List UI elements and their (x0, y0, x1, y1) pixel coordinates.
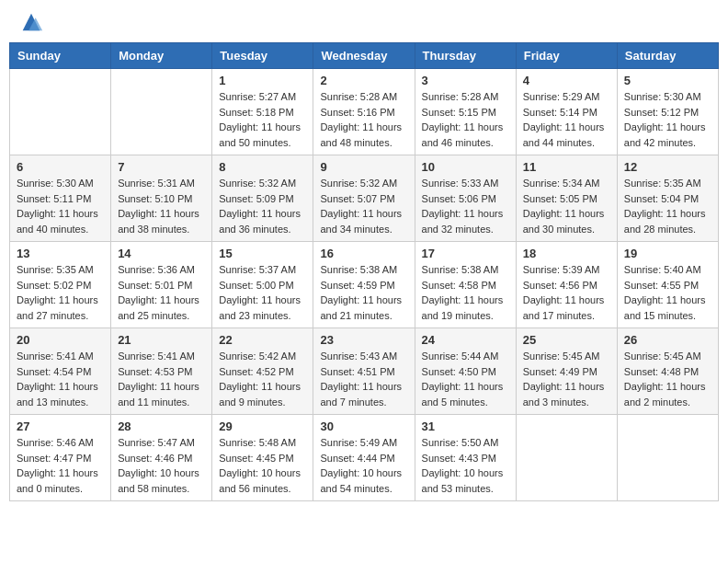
day-info: Sunrise: 5:36 AM Sunset: 5:01 PM Dayligh… (118, 262, 205, 323)
calendar-week-row: 1Sunrise: 5:27 AM Sunset: 5:18 PM Daylig… (10, 69, 719, 155)
calendar-cell: 30Sunrise: 5:49 AM Sunset: 4:44 PM Dayli… (313, 415, 415, 501)
calendar-cell (10, 69, 111, 155)
day-info: Sunrise: 5:35 AM Sunset: 5:02 PM Dayligh… (17, 262, 104, 323)
day-info: Sunrise: 5:28 AM Sunset: 5:16 PM Dayligh… (320, 89, 407, 150)
calendar-cell: 6Sunrise: 5:30 AM Sunset: 5:11 PM Daylig… (10, 155, 111, 242)
day-number: 3 (422, 74, 509, 87)
calendar-cell: 17Sunrise: 5:38 AM Sunset: 4:58 PM Dayli… (415, 242, 516, 328)
calendar-cell: 24Sunrise: 5:44 AM Sunset: 4:50 PM Dayli… (415, 328, 516, 415)
day-of-week-header: Wednesday (313, 43, 415, 69)
day-info: Sunrise: 5:32 AM Sunset: 5:09 PM Dayligh… (219, 176, 306, 236)
day-number: 6 (17, 160, 104, 174)
calendar-cell: 1Sunrise: 5:27 AM Sunset: 5:18 PM Daylig… (212, 69, 313, 155)
day-info: Sunrise: 5:34 AM Sunset: 5:05 PM Dayligh… (523, 176, 610, 236)
day-number: 24 (422, 333, 509, 347)
calendar-cell: 15Sunrise: 5:37 AM Sunset: 5:00 PM Dayli… (212, 242, 313, 328)
calendar-cell: 18Sunrise: 5:39 AM Sunset: 4:56 PM Dayli… (516, 242, 617, 328)
calendar-table: SundayMondayTuesdayWednesdayThursdayFrid… (9, 42, 719, 501)
day-info: Sunrise: 5:39 AM Sunset: 4:56 PM Dayligh… (523, 262, 610, 323)
calendar-cell: 28Sunrise: 5:47 AM Sunset: 4:46 PM Dayli… (111, 415, 212, 501)
day-of-week-header: Saturday (617, 43, 718, 69)
day-number: 19 (624, 247, 711, 260)
day-of-week-header: Friday (516, 43, 617, 69)
calendar-cell: 19Sunrise: 5:40 AM Sunset: 4:55 PM Dayli… (617, 242, 718, 328)
day-number: 21 (118, 333, 205, 347)
calendar-cell: 5Sunrise: 5:30 AM Sunset: 5:12 PM Daylig… (617, 69, 718, 155)
calendar-cell: 13Sunrise: 5:35 AM Sunset: 5:02 PM Dayli… (10, 242, 111, 328)
day-number: 11 (523, 160, 610, 174)
logo-icon (18, 9, 44, 35)
day-number: 18 (523, 247, 610, 260)
day-info: Sunrise: 5:30 AM Sunset: 5:12 PM Dayligh… (624, 89, 711, 150)
calendar-cell: 23Sunrise: 5:43 AM Sunset: 4:51 PM Dayli… (313, 328, 415, 415)
day-number: 27 (17, 419, 104, 433)
calendar-cell: 8Sunrise: 5:32 AM Sunset: 5:09 PM Daylig… (212, 155, 313, 242)
day-info: Sunrise: 5:37 AM Sunset: 5:00 PM Dayligh… (219, 262, 306, 323)
day-of-week-header: Thursday (415, 43, 516, 69)
day-number: 9 (320, 160, 407, 174)
day-info: Sunrise: 5:41 AM Sunset: 4:53 PM Dayligh… (118, 349, 205, 409)
calendar-cell: 26Sunrise: 5:45 AM Sunset: 4:48 PM Dayli… (617, 328, 718, 415)
day-info: Sunrise: 5:45 AM Sunset: 4:49 PM Dayligh… (523, 349, 610, 409)
calendar-cell: 10Sunrise: 5:33 AM Sunset: 5:06 PM Dayli… (415, 155, 516, 242)
calendar-cell: 16Sunrise: 5:38 AM Sunset: 4:59 PM Dayli… (313, 242, 415, 328)
day-of-week-header: Tuesday (212, 43, 313, 69)
calendar-cell: 31Sunrise: 5:50 AM Sunset: 4:43 PM Dayli… (415, 415, 516, 501)
calendar-week-row: 27Sunrise: 5:46 AM Sunset: 4:47 PM Dayli… (10, 415, 719, 501)
day-number: 20 (17, 333, 104, 347)
calendar-cell (516, 415, 617, 501)
day-number: 30 (320, 419, 407, 433)
calendar-cell: 12Sunrise: 5:35 AM Sunset: 5:04 PM Dayli… (617, 155, 718, 242)
calendar-cell: 14Sunrise: 5:36 AM Sunset: 5:01 PM Dayli… (111, 242, 212, 328)
calendar-cell (111, 69, 212, 155)
day-number: 2 (320, 74, 407, 87)
day-info: Sunrise: 5:45 AM Sunset: 4:48 PM Dayligh… (624, 349, 711, 409)
calendar-header-row: SundayMondayTuesdayWednesdayThursdayFrid… (10, 43, 719, 69)
day-of-week-header: Monday (111, 43, 212, 69)
day-info: Sunrise: 5:40 AM Sunset: 4:55 PM Dayligh… (624, 262, 711, 323)
day-of-week-header: Sunday (10, 43, 111, 69)
day-number: 14 (118, 247, 205, 260)
day-info: Sunrise: 5:31 AM Sunset: 5:10 PM Dayligh… (118, 176, 205, 236)
day-number: 26 (624, 333, 711, 347)
day-number: 8 (219, 160, 306, 174)
day-number: 22 (219, 333, 306, 347)
day-info: Sunrise: 5:38 AM Sunset: 4:59 PM Dayligh… (320, 262, 407, 323)
calendar-week-row: 20Sunrise: 5:41 AM Sunset: 4:54 PM Dayli… (10, 328, 719, 415)
day-number: 1 (219, 74, 306, 87)
day-info: Sunrise: 5:38 AM Sunset: 4:58 PM Dayligh… (422, 262, 509, 323)
day-info: Sunrise: 5:32 AM Sunset: 5:07 PM Dayligh… (320, 176, 407, 236)
logo (13, 9, 44, 35)
calendar-cell: 11Sunrise: 5:34 AM Sunset: 5:05 PM Dayli… (516, 155, 617, 242)
day-number: 10 (422, 160, 509, 174)
calendar-cell: 9Sunrise: 5:32 AM Sunset: 5:07 PM Daylig… (313, 155, 415, 242)
calendar-cell: 22Sunrise: 5:42 AM Sunset: 4:52 PM Dayli… (212, 328, 313, 415)
day-number: 5 (624, 74, 711, 87)
calendar-cell (617, 415, 718, 501)
calendar-week-row: 6Sunrise: 5:30 AM Sunset: 5:11 PM Daylig… (10, 155, 719, 242)
calendar-cell: 27Sunrise: 5:46 AM Sunset: 4:47 PM Dayli… (10, 415, 111, 501)
day-info: Sunrise: 5:35 AM Sunset: 5:04 PM Dayligh… (624, 176, 711, 236)
day-number: 13 (17, 247, 104, 260)
calendar-cell: 29Sunrise: 5:48 AM Sunset: 4:45 PM Dayli… (212, 415, 313, 501)
calendar-cell: 20Sunrise: 5:41 AM Sunset: 4:54 PM Dayli… (10, 328, 111, 415)
day-info: Sunrise: 5:48 AM Sunset: 4:45 PM Dayligh… (219, 435, 306, 496)
calendar-week-row: 13Sunrise: 5:35 AM Sunset: 5:02 PM Dayli… (10, 242, 719, 328)
day-number: 25 (523, 333, 610, 347)
day-info: Sunrise: 5:46 AM Sunset: 4:47 PM Dayligh… (17, 435, 104, 496)
day-info: Sunrise: 5:30 AM Sunset: 5:11 PM Dayligh… (17, 176, 104, 236)
day-number: 7 (118, 160, 205, 174)
calendar-cell: 3Sunrise: 5:28 AM Sunset: 5:15 PM Daylig… (415, 69, 516, 155)
day-info: Sunrise: 5:50 AM Sunset: 4:43 PM Dayligh… (422, 435, 509, 496)
calendar-cell: 7Sunrise: 5:31 AM Sunset: 5:10 PM Daylig… (111, 155, 212, 242)
day-info: Sunrise: 5:28 AM Sunset: 5:15 PM Dayligh… (422, 89, 509, 150)
day-number: 16 (320, 247, 407, 260)
day-info: Sunrise: 5:49 AM Sunset: 4:44 PM Dayligh… (320, 435, 407, 496)
calendar-cell: 21Sunrise: 5:41 AM Sunset: 4:53 PM Dayli… (111, 328, 212, 415)
day-number: 29 (219, 419, 306, 433)
calendar-cell: 25Sunrise: 5:45 AM Sunset: 4:49 PM Dayli… (516, 328, 617, 415)
day-info: Sunrise: 5:42 AM Sunset: 4:52 PM Dayligh… (219, 349, 306, 409)
day-number: 15 (219, 247, 306, 260)
day-info: Sunrise: 5:43 AM Sunset: 4:51 PM Dayligh… (320, 349, 407, 409)
day-number: 31 (422, 419, 509, 433)
